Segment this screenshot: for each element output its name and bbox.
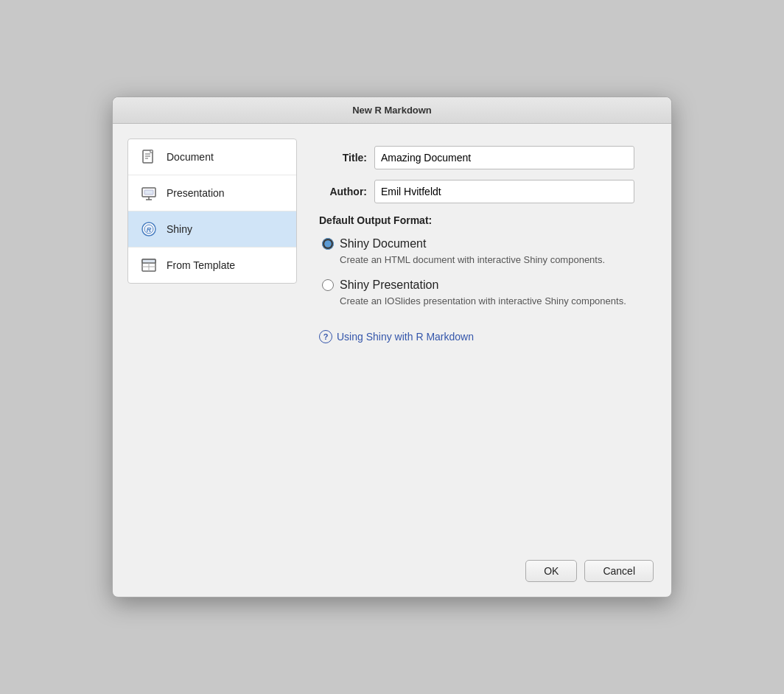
shiny-document-label: Shiny Document xyxy=(340,237,426,250)
help-icon: ? xyxy=(319,330,332,343)
dialog-title: New R Markdown xyxy=(352,105,432,116)
svg-rect-13 xyxy=(142,259,155,263)
main-content: Title: Author: Default Output Format: Sh… xyxy=(297,139,657,535)
author-input[interactable] xyxy=(374,180,634,203)
dialog-body: Document Presentation xyxy=(113,124,671,550)
default-output-label: Default Output Format: xyxy=(319,214,432,226)
sidebar-item-presentation[interactable]: Presentation xyxy=(128,175,296,211)
sidebar-item-document-label: Document xyxy=(167,151,214,163)
shiny-icon: R xyxy=(139,219,159,239)
title-input[interactable] xyxy=(374,146,634,169)
shiny-presentation-radio[interactable] xyxy=(322,279,334,291)
svg-rect-4 xyxy=(150,150,153,153)
svg-text:R: R xyxy=(147,226,152,234)
template-icon xyxy=(139,255,159,276)
help-link[interactable]: ? Using Shiny with R Markdown xyxy=(319,330,634,343)
sidebar-item-from-template[interactable]: From Template xyxy=(128,248,296,283)
title-label: Title: xyxy=(319,152,367,164)
sidebar-item-from-template-label: From Template xyxy=(167,259,235,271)
sidebar-item-shiny-label: Shiny xyxy=(167,223,192,235)
author-field-row: Author: xyxy=(319,180,634,203)
radio-group: Shiny Document Create an HTML document w… xyxy=(322,237,634,308)
cancel-button[interactable]: Cancel xyxy=(584,560,654,582)
help-link-text: Using Shiny with R Markdown xyxy=(337,331,474,343)
svg-rect-8 xyxy=(144,190,153,194)
ok-button[interactable]: OK xyxy=(525,560,577,582)
dialog-titlebar: New R Markdown xyxy=(113,97,671,124)
shiny-presentation-option: Shiny Presentation Create an IOSlides pr… xyxy=(322,278,634,308)
dialog-footer: OK Cancel xyxy=(113,550,671,597)
sidebar-item-presentation-label: Presentation xyxy=(167,187,225,199)
presentation-icon xyxy=(139,183,159,203)
shiny-document-label-row: Shiny Document xyxy=(322,237,634,250)
default-output-section: Default Output Format: xyxy=(319,214,634,227)
sidebar-item-document[interactable]: Document xyxy=(128,139,296,175)
shiny-document-radio[interactable] xyxy=(322,238,334,250)
document-icon xyxy=(139,147,159,167)
shiny-presentation-label: Shiny Presentation xyxy=(340,278,438,292)
new-r-markdown-dialog: New R Markdown Document xyxy=(112,97,672,597)
title-field-row: Title: xyxy=(319,146,634,169)
shiny-presentation-desc: Create an IOSlides presentation with int… xyxy=(340,295,634,308)
sidebar-item-shiny[interactable]: R Shiny xyxy=(128,211,296,248)
shiny-document-option: Shiny Document Create an HTML document w… xyxy=(322,237,634,267)
shiny-presentation-label-row: Shiny Presentation xyxy=(322,278,634,292)
sidebar: Document Presentation xyxy=(127,139,297,284)
author-label: Author: xyxy=(319,186,367,197)
shiny-document-desc: Create an HTML document with interactive… xyxy=(340,253,634,267)
